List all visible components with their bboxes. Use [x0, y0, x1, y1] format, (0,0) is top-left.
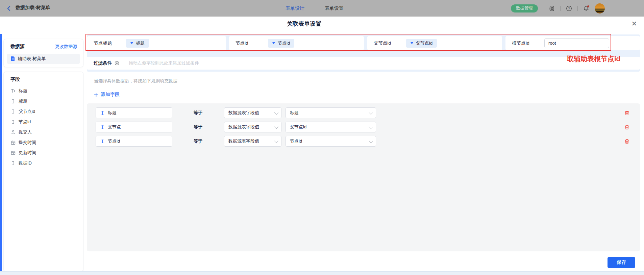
- person-icon: [11, 130, 16, 134]
- field-item[interactable]: 更新时间: [4, 148, 83, 158]
- field-item-label: 标题: [19, 98, 27, 104]
- notification-dot: [587, 5, 589, 7]
- rule-field-label: 节点id: [108, 138, 120, 144]
- trash-icon[interactable]: [624, 124, 630, 130]
- mapping-tag-dropdown[interactable]: 节点id: [268, 39, 294, 48]
- caret-down-icon: [411, 42, 413, 44]
- filter-label: 过滤条件: [94, 60, 112, 66]
- field-item-label: 提交时间: [19, 140, 36, 146]
- rule-row: 标题 等于 数据源表字段值 标题: [87, 107, 640, 118]
- filter-bar: 过滤条件 拖动左侧字段到此处来添加过滤条件: [87, 57, 640, 70]
- avatar[interactable]: [595, 3, 605, 14]
- text-icon: [100, 111, 105, 115]
- rule-source-value: 数据源表字段值: [228, 124, 259, 130]
- save-button[interactable]: 保存: [608, 257, 635, 268]
- calendar-icon: [11, 150, 16, 155]
- mapping-tag-dropdown[interactable]: 父节点id: [406, 39, 437, 48]
- field-item[interactable]: 节点id: [4, 117, 83, 127]
- rule-source-select[interactable]: 数据源表字段值: [224, 136, 281, 147]
- rule-target-field[interactable]: 节点id: [96, 136, 172, 147]
- mapping-tag-value: 父节点id: [416, 40, 432, 46]
- plus-icon: [94, 93, 98, 97]
- text-icon: [100, 139, 105, 144]
- datasource-card: 数据源 更改数据源 辅助表-树菜单: [3, 39, 83, 67]
- mapping-label: 根节点Id: [512, 40, 544, 46]
- root-node-id-input[interactable]: [544, 38, 609, 48]
- rule-row: 父节点 等于 数据源表字段值 父节点id: [87, 122, 640, 132]
- trash-icon[interactable]: [624, 110, 630, 116]
- caret-down-icon: [272, 42, 275, 44]
- fields-title: 字段: [10, 76, 20, 82]
- heading-icon: [11, 89, 16, 93]
- text-icon: [11, 109, 16, 114]
- field-item-label: 标题: [19, 88, 27, 94]
- field-item[interactable]: 数据ID: [4, 158, 83, 169]
- rule-operator: 等于: [194, 122, 202, 132]
- mapping-tag-value: 节点id: [278, 40, 290, 46]
- bottom-strip: [0, 271, 644, 275]
- help-icon[interactable]: ?: [566, 5, 572, 12]
- mapping-cell-node-id: 节点id 节点id: [229, 36, 364, 50]
- field-item-label: 数据ID: [19, 160, 32, 166]
- data-manage-button[interactable]: 数据管理: [511, 4, 538, 12]
- divider: [577, 6, 578, 11]
- mapping-label: 节点id: [236, 40, 268, 46]
- annotation-text: 取辅助表根节点id: [567, 54, 620, 64]
- fill-rule-hint: 当选择具体数据后，将按如下规则填充数据: [94, 78, 177, 84]
- tab-form-settings[interactable]: 表单设置: [325, 5, 344, 11]
- field-item[interactable]: 提交人: [4, 127, 83, 138]
- tab-form-design[interactable]: 表单设计: [286, 5, 304, 11]
- close-icon[interactable]: ✕: [629, 19, 639, 29]
- left-accent-bar: [0, 34, 2, 272]
- target-icon[interactable]: [115, 61, 119, 66]
- field-item-label: 节点id: [19, 119, 31, 125]
- back-icon[interactable]: [6, 5, 11, 11]
- rule-value-select[interactable]: 标题: [286, 107, 376, 118]
- modal-title: 关联表单设置: [0, 20, 608, 28]
- rule-value: 标题: [290, 110, 299, 116]
- mapping-tag-dropdown[interactable]: 标题: [126, 39, 149, 48]
- field-item[interactable]: 标题: [4, 96, 83, 107]
- filter-drop-zone[interactable]: 拖动左侧字段到此处来添加过滤条件: [129, 60, 640, 66]
- fields-card: 字段 标题 标题 父节点id 节点id: [3, 72, 83, 272]
- field-item[interactable]: 父节点id: [4, 106, 83, 117]
- chevron-down-icon: [274, 124, 279, 129]
- chevron-down-icon: [369, 139, 373, 143]
- contacts-icon[interactable]: [548, 5, 555, 12]
- document-icon: [10, 56, 15, 61]
- rule-source-value: 数据源表字段值: [228, 110, 259, 116]
- rule-source-value: 数据源表字段值: [228, 138, 259, 144]
- field-item-label: 父节点id: [19, 108, 35, 115]
- calendar-icon: [11, 140, 16, 145]
- screen: 数据加载-树菜单 表单设计 表单设置 数据管理 ?: [0, 0, 644, 275]
- rule-operator: 等于: [194, 107, 202, 118]
- text-icon: [11, 99, 16, 104]
- bell-icon[interactable]: [583, 5, 590, 12]
- add-field-button[interactable]: 添加字段: [94, 92, 120, 98]
- trash-icon[interactable]: [624, 139, 630, 144]
- datasource-item[interactable]: 辅助表-树菜单: [7, 54, 80, 64]
- change-datasource-link[interactable]: 更改数据源: [55, 44, 77, 50]
- rule-target-field[interactable]: 标题: [96, 107, 172, 118]
- topbar: 数据加载-树菜单 表单设计 表单设置 数据管理 ?: [0, 0, 644, 17]
- rule-field-label: 标题: [108, 110, 117, 116]
- rule-value-select[interactable]: 节点id: [286, 136, 376, 147]
- mapping-tag-value: 标题: [136, 40, 145, 46]
- rule-source-select[interactable]: 数据源表字段值: [224, 122, 281, 132]
- field-item-label: 更新时间: [19, 150, 36, 156]
- field-item[interactable]: 标题: [4, 86, 83, 96]
- mapping-cell-node-title: 节点标题 标题: [87, 36, 226, 50]
- mapping-label: 节点标题: [94, 40, 126, 46]
- divider: [543, 6, 543, 11]
- field-item-label: 提交人: [19, 129, 32, 135]
- field-item[interactable]: 提交时间: [4, 138, 83, 148]
- rule-value-select[interactable]: 父节点id: [286, 122, 376, 132]
- rule-target-field[interactable]: 父节点: [96, 122, 172, 132]
- chevron-down-icon: [274, 139, 279, 143]
- rule-field-label: 父节点: [108, 124, 121, 130]
- rule-source-select[interactable]: 数据源表字段值: [224, 107, 281, 118]
- app-title: 数据加载-树菜单: [16, 5, 50, 12]
- rule-value: 父节点id: [290, 124, 306, 130]
- text-icon: [11, 161, 16, 166]
- chevron-down-icon: [274, 110, 279, 115]
